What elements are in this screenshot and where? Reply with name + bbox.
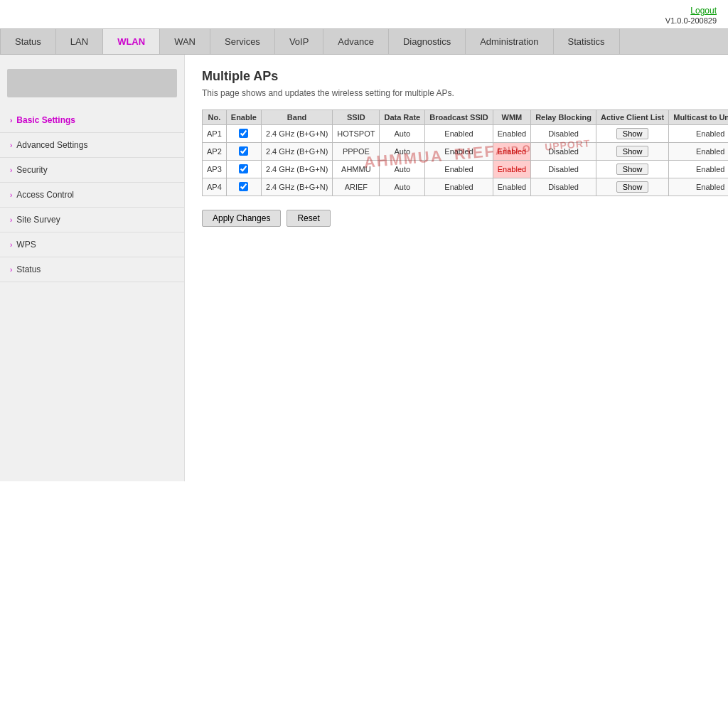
enable-checkbox[interactable] bbox=[239, 182, 248, 191]
sidebar-item-advanced-settings[interactable]: ›Advanced Settings bbox=[0, 133, 184, 158]
apply-button[interactable]: Apply Changes bbox=[202, 210, 281, 227]
nav-item-wan[interactable]: WAN bbox=[160, 29, 210, 54]
cell-data-rate: Auto bbox=[380, 125, 425, 143]
cell-enable[interactable] bbox=[226, 161, 261, 178]
nav-item-administration[interactable]: Administration bbox=[466, 29, 553, 54]
table-container: AHMMUA RIEFAND O UPPORT No.EnableBandSSI… bbox=[202, 109, 728, 196]
enable-checkbox[interactable] bbox=[239, 164, 248, 173]
logout-link[interactable]: Logout bbox=[690, 6, 717, 16]
cell-broadcast-ssid: Enabled bbox=[425, 161, 493, 178]
cell-relay-blocking: Disabled bbox=[531, 143, 596, 161]
cell-multicast: Enabled bbox=[669, 143, 728, 161]
cell-relay-blocking: Disabled bbox=[531, 125, 596, 143]
enable-checkbox[interactable] bbox=[239, 129, 248, 138]
cell-multicast: Enabled bbox=[669, 178, 728, 196]
col-header: Relay Blocking bbox=[531, 110, 596, 125]
cell-ssid: AHMMU bbox=[333, 161, 380, 178]
cell-client-list[interactable]: Show bbox=[596, 178, 668, 196]
table-row: AP32.4 GHz (B+G+N)AHMMUAutoEnabledEnable… bbox=[203, 161, 729, 178]
cell-data-rate: Auto bbox=[380, 143, 425, 161]
cell-no: AP3 bbox=[203, 161, 227, 178]
cell-client-list[interactable]: Show bbox=[596, 161, 668, 178]
col-header: No. bbox=[203, 110, 227, 125]
cell-ssid: PPPOE bbox=[333, 143, 380, 161]
col-header: SSID bbox=[333, 110, 380, 125]
sidebar-item-label: Access Control bbox=[16, 190, 74, 200]
cell-broadcast-ssid: Enabled bbox=[425, 178, 493, 196]
table-row: AP42.4 GHz (B+G+N)ARIEFAutoEnabledEnable… bbox=[203, 178, 729, 196]
nav-item-services[interactable]: Services bbox=[210, 29, 275, 54]
cell-multicast: Enabled bbox=[669, 161, 728, 178]
sidebar-item-basic-settings[interactable]: ›Basic Settings bbox=[0, 108, 184, 133]
sidebar: ›Basic Settings›Advanced Settings›Securi… bbox=[0, 55, 185, 481]
cell-band: 2.4 GHz (B+G+N) bbox=[261, 143, 332, 161]
cell-band: 2.4 GHz (B+G+N) bbox=[261, 161, 332, 178]
table-body: AP12.4 GHz (B+G+N)HOTSPOTAutoEnabledEnab… bbox=[203, 125, 729, 196]
cell-enable[interactable] bbox=[226, 125, 261, 143]
cell-ssid: HOTSPOT bbox=[333, 125, 380, 143]
nav-item-wlan[interactable]: WLAN bbox=[103, 29, 160, 54]
cell-wmm: Enabled bbox=[493, 143, 530, 161]
cell-wmm: Enabled bbox=[493, 161, 530, 178]
col-header: WMM bbox=[493, 110, 530, 125]
reset-button[interactable]: Reset bbox=[287, 210, 330, 227]
cell-no: AP2 bbox=[203, 143, 227, 161]
cell-client-list[interactable]: Show bbox=[596, 125, 668, 143]
show-client-list-button[interactable]: Show bbox=[616, 164, 649, 175]
col-header: Broadcast SSID bbox=[425, 110, 493, 125]
sidebar-item-label: Site Survey bbox=[16, 215, 60, 225]
nav-item-lan[interactable]: LAN bbox=[56, 29, 103, 54]
sidebar-item-security[interactable]: ›Security bbox=[0, 158, 184, 183]
cell-enable[interactable] bbox=[226, 178, 261, 196]
sidebar-item-site-survey[interactable]: ›Site Survey bbox=[0, 208, 184, 232]
content-area: ›Basic Settings›Advanced Settings›Securi… bbox=[0, 55, 728, 481]
page-title: Multiple APs bbox=[202, 69, 728, 84]
sidebar-header bbox=[7, 69, 177, 97]
col-header: Data Rate bbox=[380, 110, 425, 125]
sidebar-item-label: Basic Settings bbox=[16, 115, 75, 125]
cell-wmm: Enabled bbox=[493, 178, 530, 196]
enable-checkbox[interactable] bbox=[239, 146, 248, 156]
cell-relay-blocking: Disabled bbox=[531, 161, 596, 178]
cell-broadcast-ssid: Enabled bbox=[425, 125, 493, 143]
cell-wmm: Enabled bbox=[493, 125, 530, 143]
col-header: Enable bbox=[226, 110, 261, 125]
cell-band: 2.4 GHz (B+G+N) bbox=[261, 178, 332, 196]
page-subtitle: This page shows and updates the wireless… bbox=[202, 88, 728, 98]
col-header: Multicast to Unicast bbox=[669, 110, 728, 125]
nav-item-status[interactable]: Status bbox=[0, 29, 56, 54]
show-client-list-button[interactable]: Show bbox=[616, 146, 649, 157]
ap-table: No.EnableBandSSIDData RateBroadcast SSID… bbox=[202, 109, 728, 196]
nav-item-voip[interactable]: VoIP bbox=[275, 29, 323, 54]
cell-band: 2.4 GHz (B+G+N) bbox=[261, 125, 332, 143]
cell-multicast: Enabled bbox=[669, 125, 728, 143]
cell-client-list[interactable]: Show bbox=[596, 143, 668, 161]
nav-bar: StatusLANWLANWANServicesVoIPAdvanceDiagn… bbox=[0, 28, 728, 55]
top-bar: Logout V1.0.0-200829 bbox=[0, 0, 728, 28]
sidebar-item-label: Advanced Settings bbox=[16, 140, 87, 150]
nav-item-diagnostics[interactable]: Diagnostics bbox=[389, 29, 466, 54]
show-client-list-button[interactable]: Show bbox=[616, 181, 649, 193]
table-row: AP22.4 GHz (B+G+N)PPPOEAutoEnabledEnable… bbox=[203, 143, 729, 161]
table-row: AP12.4 GHz (B+G+N)HOTSPOTAutoEnabledEnab… bbox=[203, 125, 729, 143]
cell-no: AP4 bbox=[203, 178, 227, 196]
action-buttons: Apply Changes Reset bbox=[202, 210, 728, 227]
nav-item-statistics[interactable]: Statistics bbox=[554, 29, 620, 54]
col-header: Active Client List bbox=[596, 110, 668, 125]
cell-no: AP1 bbox=[203, 125, 227, 143]
version-label: V1.0.0-200829 bbox=[665, 16, 717, 25]
col-header: Band bbox=[261, 110, 332, 125]
show-client-list-button[interactable]: Show bbox=[616, 128, 649, 139]
cell-data-rate: Auto bbox=[380, 178, 425, 196]
sidebar-item-access-control[interactable]: ›Access Control bbox=[0, 183, 184, 208]
sidebar-item-wps[interactable]: ›WPS bbox=[0, 232, 184, 257]
cell-ssid: ARIEF bbox=[333, 178, 380, 196]
table-header: No.EnableBandSSIDData RateBroadcast SSID… bbox=[203, 110, 729, 125]
sidebar-item-label: Security bbox=[16, 165, 47, 175]
cell-enable[interactable] bbox=[226, 143, 261, 161]
sidebar-item-status[interactable]: ›Status bbox=[0, 257, 184, 282]
main-content: Multiple APs This page shows and updates… bbox=[185, 55, 728, 481]
sidebar-item-label: WPS bbox=[16, 240, 36, 250]
nav-item-advance[interactable]: Advance bbox=[323, 29, 389, 54]
cell-broadcast-ssid: Enabled bbox=[425, 143, 493, 161]
